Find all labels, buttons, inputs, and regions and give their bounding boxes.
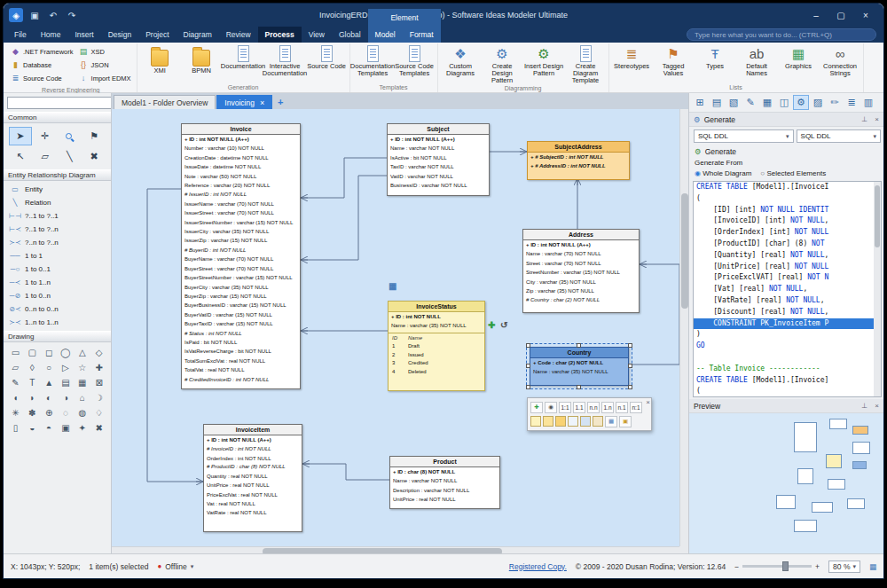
ribbon-button-insert-design-pattern[interactable]: ⚙Insert Design Pattern (523, 43, 565, 77)
context-toolbar-button-1[interactable]: ✚ (530, 402, 543, 413)
toolbox-section-erd[interactable]: Entity Relationship Diagram (4, 169, 111, 181)
ribbon-button-stereotypes[interactable]: ≣Stereotypes (611, 43, 653, 70)
ribbon-button-interactive-documentation[interactable]: Interactive Documentation (264, 43, 306, 77)
ribbon-button-graphics[interactable]: ▦Graphics (778, 43, 820, 70)
drawing-shape-icon-21[interactable]: ◐ (41, 390, 58, 404)
erd-tool-1-to-0-1[interactable]: ─○1 to 0..1 (4, 263, 111, 276)
zoom-slider[interactable] (742, 565, 812, 568)
drawing-shape-icon-36[interactable]: ✖ (90, 420, 107, 435)
zoom-in-button[interactable]: + (815, 562, 820, 571)
erd-tool-1-to-1[interactable]: ⊢⊣?..1 to ?..1 (4, 209, 111, 223)
zoom-level-select[interactable]: 80 % ▾ (828, 561, 860, 573)
add-connection-icon[interactable]: ✚ (488, 320, 495, 330)
fit-view-icon[interactable]: ▦ (869, 562, 876, 571)
erd-tool-1-to-1[interactable]: ──1 to 1 (4, 249, 111, 263)
right-panel-tab-icon-7[interactable]: ⚙ (793, 95, 809, 110)
drawing-shape-icon-2[interactable]: ▢ (24, 345, 41, 359)
drawing-shape-icon-9[interactable]: ○ (41, 360, 58, 374)
anchor-icon[interactable]: ↺ (500, 320, 507, 330)
ribbon-button-xmi[interactable]: XMI (139, 43, 181, 74)
drawing-shape-icon-30[interactable]: ♢ (90, 405, 107, 419)
ribbon-button-database[interactable]: ▮Database (11, 60, 74, 69)
selection-handle[interactable] (526, 364, 530, 368)
ribbon-button-tagged-values[interactable]: ⚑Tagged Values (653, 43, 695, 77)
drawing-shape-icon-1[interactable]: ▭ (7, 345, 24, 359)
ribbon-button-net-framework[interactable]: ◆.NET Framework (11, 47, 74, 56)
ribbon-tab-view[interactable]: View (302, 27, 332, 43)
drawing-shape-icon-14[interactable]: T (24, 375, 41, 389)
code-scrollbar[interactable] (874, 182, 881, 396)
erd-tool-1-to-0-n[interactable]: ─⊘1 to 0..n (4, 289, 111, 302)
close-panel-icon[interactable]: × (873, 402, 881, 410)
ribbon-tab-project[interactable]: Project (138, 27, 176, 43)
ribbon-button-bpmn[interactable]: BPMN (181, 43, 223, 74)
drawing-shape-icon-5[interactable]: △ (74, 345, 90, 359)
ribbon-button-source-code[interactable]: ≣Source Code (11, 74, 74, 82)
drawing-shape-icon-11[interactable]: ☆ (74, 360, 90, 374)
entity-invoiceitem[interactable]: InvoiceItem+ ID : int NOT NULL (A++)# In… (203, 424, 302, 532)
ribbon-tab-global[interactable]: Global (332, 27, 368, 43)
selection-handle[interactable] (628, 364, 632, 368)
registered-copy-link[interactable]: Registered Copy. (509, 562, 567, 571)
shape-fill-tool[interactable]: ▱ (34, 147, 57, 166)
pin-icon[interactable]: ⊥ (860, 115, 869, 123)
drawing-shape-icon-20[interactable]: ◗ (24, 390, 41, 404)
drawing-shape-icon-8[interactable]: ◊ (24, 360, 41, 374)
drawing-shape-icon-18[interactable]: ⊠ (90, 375, 107, 389)
ribbon-button-custom-diagrams[interactable]: ❖Custom Diagrams (440, 43, 482, 77)
relationship-connector[interactable] (301, 158, 387, 198)
right-panel-tab-icon-2[interactable]: ▤ (709, 95, 725, 110)
drawing-shape-icon-31[interactable]: ▯ (7, 420, 24, 435)
generate-button[interactable]: ⚙ Generate (689, 145, 884, 158)
pointer-tool[interactable]: ↖ (9, 147, 32, 166)
delete-tool[interactable]: ✖ (82, 147, 106, 166)
ribbon-tab-review[interactable]: Review (219, 27, 258, 43)
right-panel-tab-icon-3[interactable]: ▧ (726, 95, 742, 110)
entity-subjectaddress[interactable]: SubjectAddress+ # SubjectID : int NOT NU… (527, 141, 630, 180)
selection-handle[interactable] (577, 343, 581, 348)
erd-tool-1-to-n[interactable]: ⊢≺?..1 to ?..n (4, 223, 111, 236)
selection-handle[interactable] (628, 343, 632, 348)
ribbon-button-documentation-templates[interactable]: Documentation Templates (352, 43, 394, 77)
drawing-shape-icon-26[interactable]: ✽ (24, 405, 41, 419)
ribbon-tab-diagram[interactable]: Diagram (177, 27, 219, 43)
ribbon-button-default-names[interactable]: abDefault Names (736, 43, 778, 77)
drawing-shape-icon-16[interactable]: ▤ (58, 375, 75, 389)
pin-icon[interactable]: ⊥ (860, 402, 869, 410)
toolbox-section-common[interactable]: Common (4, 112, 111, 123)
drawing-shape-icon-33[interactable]: ◓ (41, 420, 58, 435)
color-swatch-2[interactable] (543, 416, 553, 427)
drawing-shape-icon-27[interactable]: ⊕ (41, 405, 58, 419)
selection-handle[interactable] (577, 385, 581, 389)
drawing-shape-icon-17[interactable]: ▦ (74, 375, 90, 389)
zoom-out-button[interactable]: − (734, 562, 739, 571)
drawing-shape-icon-34[interactable]: ▣ (58, 420, 75, 435)
drawing-shape-icon-15[interactable]: ▲ (41, 375, 58, 389)
color-swatch-3[interactable] (555, 416, 566, 427)
canvas-vertical-scrollbar[interactable] (679, 109, 688, 546)
ribbon-button-documentation[interactable]: Documentation (223, 43, 264, 70)
maximize-button[interactable]: ▢ (828, 6, 853, 24)
drawing-shape-icon-32[interactable]: ◒ (24, 420, 41, 435)
entity-country[interactable]: Country+ Code : char (2) NOT NULLName : … (530, 347, 629, 386)
context-toolbar-button-6[interactable]: 1.n (601, 402, 614, 413)
new-tab-button[interactable]: + (273, 95, 287, 109)
color-swatch-5[interactable] (580, 416, 591, 427)
redo-icon[interactable]: ↷ (65, 8, 79, 22)
context-toolbar-button-7[interactable]: n.1 (616, 402, 628, 413)
move-tool[interactable]: ✛ (34, 127, 57, 145)
right-panel-tab-icon-8[interactable]: ▨ (810, 95, 826, 110)
ribbon-tab-design[interactable]: Design (101, 27, 138, 43)
ribbon-button-source-code-templates[interactable]: Source Code Templates (394, 43, 436, 77)
close-icon[interactable]: × (260, 98, 264, 107)
drawing-shape-icon-12[interactable]: ✚ (90, 360, 107, 374)
ribbon-tab-insert[interactable]: Insert (67, 27, 100, 43)
context-toolbar-button-2[interactable]: ◉ (545, 402, 557, 413)
drawing-shape-icon-4[interactable]: ◯ (58, 345, 75, 359)
drawing-shape-icon-29[interactable]: ◍ (74, 405, 90, 419)
line-tool[interactable]: ╲ (59, 147, 82, 166)
ribbon-button-xsd[interactable]: ▤XSD (79, 47, 131, 56)
scrollbar-thumb[interactable] (875, 185, 880, 247)
toolbox-search-input[interactable] (7, 97, 112, 109)
erd-tool-relation[interactable]: ╲Relation (4, 196, 111, 209)
